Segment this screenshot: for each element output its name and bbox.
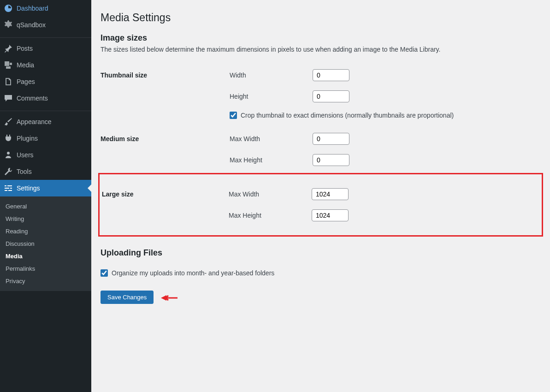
brush-icon xyxy=(4,117,13,126)
section-heading-uploading: Uploading Files xyxy=(101,248,541,258)
sidebar-item-label: Settings xyxy=(17,184,40,192)
sidebar-item-comments[interactable]: Comments xyxy=(0,90,91,107)
section-heading-image-sizes: Image sizes xyxy=(101,33,541,43)
organize-uploads-label: Organize my uploads into month- and year… xyxy=(112,269,274,277)
page-title: Media Settings xyxy=(101,12,541,24)
gear-icon xyxy=(4,20,13,30)
media-icon xyxy=(4,60,13,70)
menu-separator xyxy=(0,109,91,111)
sidebar-item-dashboard[interactable]: Dashboard xyxy=(0,0,91,17)
submenu-item-privacy[interactable]: Privacy xyxy=(0,275,91,287)
sidebar-item-label: Users xyxy=(17,151,34,159)
sidebar-item-users[interactable]: Users xyxy=(0,147,91,163)
main-content: Media Settings Image sizes The sizes lis… xyxy=(91,0,550,392)
menu-separator xyxy=(0,36,91,38)
sidebar-item-appearance[interactable]: Appearance xyxy=(0,113,91,130)
sidebar-item-label: Plugins xyxy=(17,135,38,142)
sidebar-item-label: Comments xyxy=(17,95,48,102)
sidebar-item-label: Tools xyxy=(17,168,32,175)
sidebar-item-plugins[interactable]: Plugins xyxy=(0,130,91,147)
medium-max-width-label: Max Width xyxy=(230,135,313,143)
sidebar-item-label: Pages xyxy=(17,78,35,85)
large-max-height-label: Max Height xyxy=(229,212,312,219)
admin-sidebar: Dashboard qSandbox Posts Media Pages Com… xyxy=(0,0,91,392)
arrow-annotation-icon xyxy=(160,293,178,303)
sidebar-item-tools[interactable]: Tools xyxy=(0,163,91,180)
sidebar-item-media[interactable]: Media xyxy=(0,57,91,73)
image-sizes-description: The sizes listed below determine the max… xyxy=(101,46,541,53)
medium-max-height-input[interactable] xyxy=(313,154,349,166)
comment-icon xyxy=(4,94,13,103)
submenu-item-media[interactable]: Media xyxy=(0,250,91,262)
dashboard-icon xyxy=(4,4,13,13)
pin-icon xyxy=(4,44,13,53)
sidebar-item-label: Dashboard xyxy=(17,5,48,12)
thumbnail-height-input[interactable] xyxy=(313,90,349,102)
sidebar-item-posts[interactable]: Posts xyxy=(0,40,91,57)
submenu-item-discussion[interactable]: Discussion xyxy=(0,238,91,250)
user-icon xyxy=(4,150,13,160)
thumbnail-width-label: Width xyxy=(230,71,313,79)
large-heading: Large size xyxy=(100,181,224,228)
sidebar-item-label: Media xyxy=(17,61,34,69)
plug-icon xyxy=(4,134,13,143)
pages-icon xyxy=(4,77,13,86)
sidebar-item-pages[interactable]: Pages xyxy=(0,73,91,90)
thumbnail-height-label: Height xyxy=(230,93,313,100)
sidebar-item-qsandbox[interactable]: qSandbox xyxy=(0,17,91,33)
thumbnail-crop-checkbox[interactable] xyxy=(230,112,237,119)
organize-uploads-checkbox[interactable] xyxy=(101,269,108,277)
thumbnail-width-input[interactable] xyxy=(313,69,349,81)
large-max-width-label: Max Width xyxy=(229,190,312,198)
sidebar-item-label: Appearance xyxy=(17,118,52,125)
sliders-icon xyxy=(4,184,13,193)
sidebar-item-label: Posts xyxy=(17,45,33,52)
sidebar-item-label: qSandbox xyxy=(17,21,46,29)
save-changes-button[interactable]: Save Changes xyxy=(101,291,154,304)
submenu-item-reading[interactable]: Reading xyxy=(0,225,91,238)
large-max-width-input[interactable] xyxy=(312,188,349,200)
thumbnail-heading: Thumbnail size xyxy=(101,62,225,126)
medium-heading: Medium size xyxy=(101,126,225,173)
settings-submenu: General Writing Reading Discussion Media… xyxy=(0,196,91,291)
submenu-item-writing[interactable]: Writing xyxy=(0,213,91,225)
thumbnail-crop-label: Crop thumbnail to exact dimensions (norm… xyxy=(241,112,454,119)
media-settings-form: Thumbnail size Width Height Crop thumbna… xyxy=(101,62,541,237)
sidebar-item-settings[interactable]: Settings xyxy=(0,180,91,196)
submenu-item-general[interactable]: General xyxy=(0,200,91,213)
wrench-icon xyxy=(4,167,13,176)
large-size-highlight: Large size Max Width Max Height xyxy=(98,173,543,237)
submenu-item-permalinks[interactable]: Permalinks xyxy=(0,262,91,275)
large-max-height-input[interactable] xyxy=(312,209,349,221)
medium-max-width-input[interactable] xyxy=(313,133,349,145)
medium-max-height-label: Max Height xyxy=(230,156,313,164)
